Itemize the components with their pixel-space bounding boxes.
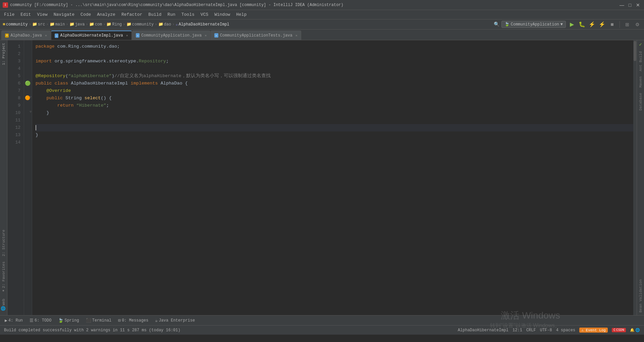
beanvalidation-panel-label[interactable]: Bean Validation bbox=[638, 277, 644, 315]
fold-10[interactable]: ▽ bbox=[30, 110, 32, 114]
search-nav-icon[interactable]: 🔍 bbox=[494, 21, 499, 27]
terminal-panel-btn[interactable]: ⬛ Terminal bbox=[84, 317, 114, 324]
window-controls[interactable]: — □ ✕ bbox=[619, 2, 641, 8]
layout-button[interactable]: ⊞ bbox=[623, 20, 631, 28]
status-bar: Build completed successfully with 2 warn… bbox=[0, 325, 644, 335]
tab-alphadaohibernatimpl[interactable]: ☕ AlphaDaoHibernateImpl.java ✕ bbox=[51, 31, 132, 40]
spring-panel-btn[interactable]: 🍃 Spring bbox=[56, 317, 81, 324]
line-num-10: 10 bbox=[7, 109, 20, 117]
minimize-button[interactable]: — bbox=[619, 2, 625, 8]
bc-main[interactable]: main bbox=[55, 22, 65, 27]
menu-view[interactable]: View bbox=[34, 11, 50, 18]
tab-icon-alphadao: A bbox=[5, 34, 9, 38]
code-line-8: public String select() { bbox=[36, 95, 633, 102]
todo-panel-icon: ☰ bbox=[30, 318, 34, 323]
tab-communityapp[interactable]: ☕ CommunityApplication.java ✕ bbox=[132, 31, 210, 40]
tab-close-communityapp[interactable]: ✕ bbox=[205, 34, 207, 38]
bc-community[interactable]: community bbox=[132, 22, 154, 27]
web-panel-label[interactable]: 🌐Web bbox=[0, 296, 7, 314]
fold-8[interactable]: ▽ bbox=[30, 95, 32, 99]
tab-icon-communityapp: ☕ bbox=[136, 33, 140, 38]
menu-navigate[interactable]: Navigate bbox=[51, 11, 77, 18]
menu-edit[interactable]: Edit bbox=[18, 11, 34, 18]
breadcrumb: ■ community › 📁 src › 📁 main › 📁 java › … bbox=[3, 22, 229, 27]
line-separator[interactable]: CRLF bbox=[526, 328, 536, 333]
close-button[interactable]: ✕ bbox=[635, 2, 641, 8]
event-log-badge[interactable]: ⚠ Event Log bbox=[579, 328, 608, 333]
menu-help[interactable]: Help bbox=[233, 11, 249, 18]
run-config-selector[interactable]: 🍃 CommunityApplication ▼ bbox=[501, 21, 566, 28]
spring-panel-icon: 🍃 bbox=[58, 318, 63, 323]
file-icon: ☕ bbox=[175, 22, 178, 27]
bc-src[interactable]: src bbox=[38, 22, 45, 27]
terminal-panel-label: Terminal bbox=[92, 318, 112, 323]
antbuild-panel-label[interactable]: Ant Build bbox=[638, 49, 644, 74]
menu-run[interactable]: Run bbox=[165, 11, 178, 18]
structure-panel-label[interactable]: 2: Structure bbox=[1, 227, 7, 259]
code-line-14 bbox=[36, 139, 633, 146]
favorites-icon: ★ bbox=[1, 289, 6, 293]
code-content[interactable]: package com.Ring.community.dao; import o… bbox=[32, 40, 633, 315]
run-panel-btn[interactable]: ▶ 4: Run bbox=[3, 317, 25, 324]
menu-tools[interactable]: Tools bbox=[179, 11, 197, 18]
cursor-position[interactable]: 12:1 bbox=[513, 328, 522, 333]
code-line-9: return “Hibernate”; bbox=[36, 102, 633, 109]
settings-button[interactable]: ⚙ bbox=[633, 20, 641, 28]
messages-panel-btn[interactable]: ⊟ 0: Messages bbox=[116, 317, 150, 324]
file-charset[interactable]: UTF-8 bbox=[540, 328, 552, 333]
line-num-12: 12 bbox=[7, 124, 20, 131]
main-folder-icon: 📁 bbox=[50, 22, 55, 27]
tab-close-hibernateimpl[interactable]: ✕ bbox=[126, 34, 128, 38]
code-area[interactable]: 1 2 3 4 5 6 7 8 9 10 11 12 13 14 🟢 🟠 bbox=[7, 40, 644, 315]
code-line-4 bbox=[36, 65, 633, 72]
build-status-msg: Build completed successfully with 2 warn… bbox=[4, 328, 180, 333]
menu-window[interactable]: Window bbox=[212, 11, 233, 18]
com-folder-icon: 📁 bbox=[89, 22, 94, 27]
gutter-run-6[interactable]: 🟢 bbox=[25, 80, 31, 87]
code-editor[interactable]: 1 2 3 4 5 6 7 8 9 10 11 12 13 14 🟢 🟠 bbox=[7, 40, 644, 315]
menu-analyze[interactable]: Analyze bbox=[94, 11, 118, 18]
line-num-4: 4 bbox=[7, 65, 20, 72]
spring-panel-label: Spring bbox=[64, 318, 79, 323]
menu-build[interactable]: Build bbox=[146, 11, 164, 18]
maven-panel-label[interactable]: Maven bbox=[638, 74, 644, 90]
debug-button[interactable]: 🐛 bbox=[578, 20, 586, 28]
csdn-badge: C CSDN bbox=[612, 328, 626, 332]
todo-panel-btn[interactable]: ☰ 6: TODO bbox=[28, 317, 53, 324]
menu-vcs[interactable]: VCS bbox=[198, 11, 211, 18]
tab-alphadao[interactable]: A AlphaDao.java ✕ bbox=[1, 31, 51, 40]
nav-bar: ■ community › 📁 src › 📁 main › 📁 java › … bbox=[0, 19, 644, 30]
menu-code[interactable]: Code bbox=[78, 11, 94, 18]
menu-file[interactable]: File bbox=[1, 11, 17, 18]
scrollbar[interactable] bbox=[633, 40, 637, 315]
run-panel-label: 4: Run bbox=[8, 318, 23, 323]
bc-project[interactable]: community bbox=[6, 22, 28, 27]
menu-refactor[interactable]: Refactor bbox=[119, 11, 145, 18]
database-panel-label[interactable]: Database bbox=[638, 90, 644, 113]
indent-setting[interactable]: 4 spaces bbox=[556, 328, 576, 333]
line-num-13: 13 bbox=[7, 131, 20, 139]
coverage-button[interactable]: ⚡ bbox=[588, 20, 596, 28]
tab-close-alphadao[interactable]: ✕ bbox=[45, 34, 47, 38]
code-line-5: @Repository(“alphaHibernate”)//自定义名为alph… bbox=[36, 72, 633, 80]
scroll-thumb[interactable] bbox=[634, 41, 636, 61]
todo-panel-label: 6: TODO bbox=[35, 318, 51, 323]
javaenterprise-panel-icon: ☕ bbox=[155, 318, 158, 323]
bc-com[interactable]: com bbox=[95, 22, 102, 27]
run-panel-icon: ▶ bbox=[5, 318, 7, 323]
stop-button[interactable]: ■ bbox=[608, 20, 616, 28]
bc-dao[interactable]: dao bbox=[164, 22, 171, 27]
profile-button[interactable]: ⚡ bbox=[598, 20, 606, 28]
bc-ring[interactable]: Ring bbox=[112, 22, 122, 27]
tab-close-communityapptests[interactable]: ✕ bbox=[296, 34, 298, 38]
bc-java[interactable]: java bbox=[75, 22, 85, 27]
favorites-panel-label[interactable]: ★2: Favorites bbox=[0, 259, 7, 296]
project-panel-label[interactable]: 1: Project bbox=[1, 40, 7, 68]
run-button[interactable]: ▶ bbox=[568, 20, 576, 28]
antbuild-check-icon[interactable]: ✓ bbox=[639, 40, 642, 49]
tab-communityapptests[interactable]: ☕ CommunityApplicationTests.java ✕ bbox=[211, 31, 301, 40]
maximize-button[interactable]: □ bbox=[627, 2, 633, 8]
javaenterprise-panel-btn[interactable]: ☕ Java Enterprise bbox=[153, 317, 197, 324]
bc-file[interactable]: AlphaDaoHibernateImpl bbox=[179, 22, 229, 27]
line-num-5: 5 bbox=[7, 72, 20, 80]
